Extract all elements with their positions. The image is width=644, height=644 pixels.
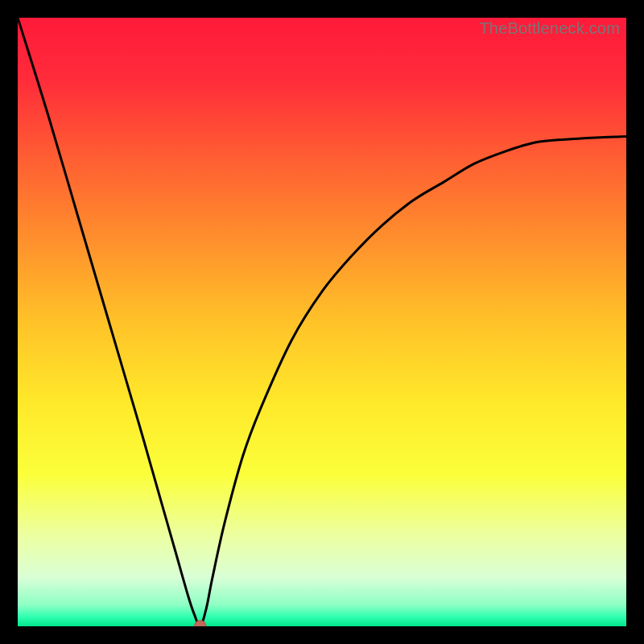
bottleneck-chart <box>18 18 626 626</box>
chart-frame: TheBottleneck.com <box>18 18 626 626</box>
watermark-text: TheBottleneck.com <box>479 19 620 38</box>
optimal-point-marker <box>195 621 206 626</box>
